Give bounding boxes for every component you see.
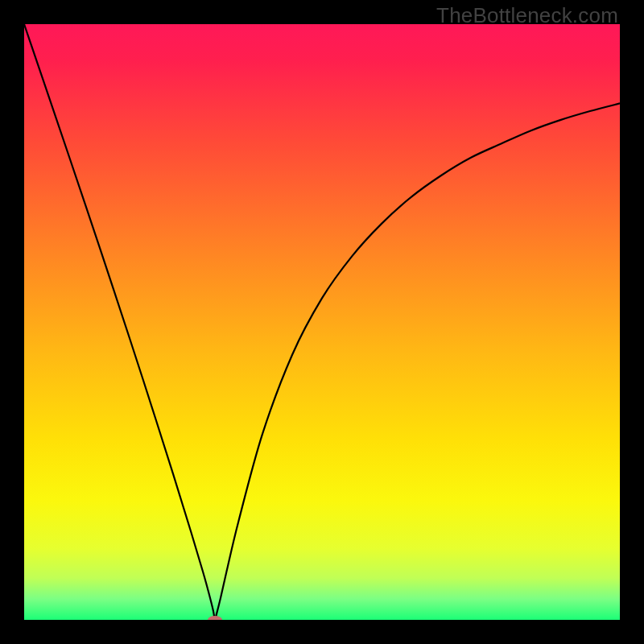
plot-area <box>24 24 620 620</box>
bottleneck-curve-svg <box>24 24 620 620</box>
bottleneck-curve-path <box>24 24 620 620</box>
minimum-marker <box>208 616 222 620</box>
chart-frame: TheBottleneck.com <box>0 0 644 644</box>
watermark-text: TheBottleneck.com <box>436 3 618 28</box>
